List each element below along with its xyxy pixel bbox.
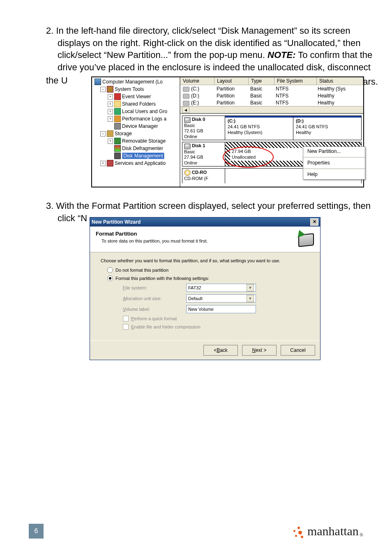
expand-icon[interactable]: + [108, 94, 113, 99]
allocation-unit-select[interactable]: Default ▼ [186, 294, 256, 303]
registered-icon: ® [360, 532, 363, 538]
tree-storage[interactable]: − Storage [93, 130, 180, 137]
cut-text-left: the U [46, 74, 68, 87]
checkbox-compression[interactable]: Enable file and folder compression [123, 324, 312, 330]
expand-icon[interactable]: + [108, 102, 113, 107]
device-icon [114, 123, 121, 130]
file-system-select[interactable]: FAT32 ▼ [186, 284, 256, 292]
expand-icon[interactable]: + [100, 161, 106, 166]
wizard-disk-icon [297, 231, 314, 248]
tree-shared-folders[interactable]: + Shared Folders [93, 100, 180, 108]
label-volume-label: Volume label: [123, 307, 180, 312]
radio-format-with-settings[interactable]: Format this partition with the following… [107, 275, 312, 281]
disk-graphical-view: Disk 0 Basic 72.61 GB Online (C:) 24.41 … [180, 113, 363, 187]
close-icon[interactable]: ✕ [310, 218, 318, 226]
removable-icon [114, 138, 121, 144]
next-button[interactable]: Next > [242, 345, 277, 356]
radio-icon [107, 275, 113, 281]
cancel-button[interactable]: Cancel [281, 345, 315, 356]
col-layout[interactable]: Layout [214, 77, 249, 85]
volume-icon [183, 94, 189, 99]
expand-icon[interactable]: + [108, 116, 113, 122]
disk-mgmt-icon [114, 153, 121, 159]
mmc-tree[interactable]: Computer Management (Lo − System Tools +… [92, 77, 180, 187]
radio-do-not-format[interactable]: Do not format this partition [107, 267, 312, 273]
menu-help[interactable]: Help [303, 170, 365, 179]
col-type[interactable]: Type [249, 77, 274, 85]
menu-separator [303, 169, 365, 169]
chevron-down-icon: ▼ [247, 284, 254, 291]
cut-text-right: ars. [363, 76, 378, 87]
wizard-prompt: Choose whether you want to format this p… [101, 258, 312, 263]
wizard-subheading: To store data on this partition, you mus… [101, 238, 208, 243]
scroll-left-icon[interactable]: ◄ [182, 106, 189, 113]
context-menu[interactable]: New Partition... Properties Help [303, 146, 365, 180]
volume-icon [183, 87, 189, 92]
wizard-title: New Partition Wizard [92, 219, 141, 225]
volume-label-input[interactable]: New Volume [186, 305, 256, 313]
tools-icon [107, 86, 113, 92]
checkbox-icon [123, 316, 129, 321]
tree-device-manager[interactable]: Device Manager [93, 123, 180, 130]
disk-management-screenshot: ars. Computer Management (Lo − System To… [91, 76, 364, 187]
volume-row[interactable]: (C:) Partition Basic NTFS Healthy (Sys [180, 85, 363, 92]
tree-root[interactable]: Computer Management (Lo [93, 78, 180, 86]
label-allocation-unit: Allocation unit size: [123, 296, 180, 301]
computer-icon [95, 79, 101, 85]
disk1-row[interactable]: Disk 1 Basic 27.94 GB Online 27.94 GB Un… [182, 142, 362, 166]
volume-list[interactable]: (C:) Partition Basic NTFS Healthy (Sys (… [180, 85, 363, 106]
partition-d[interactable]: (D:) 24.41 GB NTFS Healthy [293, 116, 361, 140]
disk1-header: Disk 1 Basic 27.94 GB Online [182, 142, 225, 166]
disk0-header: Disk 0 Basic 72.61 GB Online [182, 116, 225, 140]
volume-row[interactable]: (D:) Partition Basic NTFS Healthy [180, 92, 363, 99]
storage-icon [107, 130, 113, 137]
tree-event-viewer[interactable]: + Event Viewer [93, 93, 180, 100]
col-volume[interactable]: Volume [180, 77, 214, 85]
label-file-system: File system: [123, 285, 180, 290]
unallocated-partition[interactable]: 27.94 GB Unallocated New Partition... Pr… [225, 142, 361, 166]
col-status[interactable]: Status [317, 77, 363, 85]
expand-icon[interactable]: + [108, 109, 113, 114]
cdrom-icon [184, 169, 191, 176]
collapse-icon[interactable]: − [100, 131, 106, 136]
cdrom-header: CD-RO CD-ROM (F [182, 169, 225, 183]
menu-new-partition[interactable]: New Partition... [303, 147, 365, 156]
page-number: 6 [29, 524, 44, 539]
tree-disk-management[interactable]: Disk Management [93, 152, 180, 160]
radio-icon [107, 267, 113, 273]
step-number: 2. [46, 25, 53, 36]
tree-defragmenter[interactable]: Disk Defragmenter [93, 145, 180, 152]
brand-dots-icon [293, 526, 307, 538]
wizard-heading: Format Partition [96, 231, 208, 237]
partition-c[interactable]: (C:) 24.41 GB NTFS Healthy (System) [225, 116, 293, 140]
tree-services[interactable]: + Services and Applicatio [93, 160, 180, 167]
col-filesystem[interactable]: File System [274, 77, 317, 85]
back-button[interactable]: < Back [203, 345, 238, 356]
defrag-icon [114, 145, 121, 152]
chevron-down-icon: ▼ [247, 295, 254, 302]
brand-logo: manhattan® [293, 524, 363, 538]
expand-icon[interactable]: + [108, 139, 113, 144]
volume-row[interactable]: (E:) Partition Basic NTFS Healthy [180, 99, 363, 106]
folder-icon [114, 101, 121, 107]
tree-removable-storage[interactable]: + Removable Storage [93, 137, 180, 145]
checkbox-quick-format[interactable]: Perform a quick format [123, 316, 312, 321]
wizard-titlebar[interactable]: New Partition Wizard ✕ [90, 217, 320, 227]
volume-icon [183, 101, 189, 106]
menu-separator [303, 157, 365, 157]
tree-local-users[interactable]: + Local Users and Gro [93, 108, 180, 115]
perf-icon [114, 116, 121, 122]
tree-system-tools[interactable]: − System Tools [93, 86, 180, 93]
tree-perf-logs[interactable]: + Performance Logs a [93, 115, 180, 123]
volume-list-header: Volume Layout Type File System Status [180, 77, 363, 85]
collapse-icon[interactable]: − [100, 87, 106, 92]
new-partition-wizard-screenshot: New Partition Wizard ✕ Format Partition … [90, 217, 321, 360]
services-icon [107, 160, 113, 166]
step-number: 3. [46, 201, 53, 211]
users-icon [114, 108, 121, 115]
event-viewer-icon [114, 93, 121, 100]
disk0-row[interactable]: Disk 0 Basic 72.61 GB Online (C:) 24.41 … [182, 116, 362, 140]
disk-icon [184, 117, 191, 123]
horizontal-scrollbar[interactable]: ◄ [180, 106, 363, 113]
menu-properties[interactable]: Properties [303, 158, 365, 168]
